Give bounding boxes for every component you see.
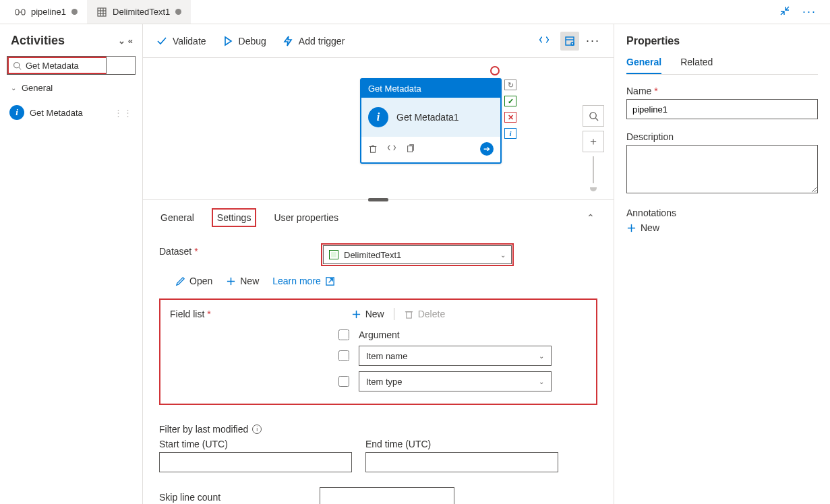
activities-title: Activities [11, 34, 65, 48]
section-label: General [22, 83, 53, 93]
code-view-button[interactable] [535, 32, 554, 51]
info-tooltip-icon[interactable]: i [252, 424, 262, 434]
dirty-indicator-icon [175, 9, 181, 15]
argument-select[interactable]: Item type ⌄ [359, 371, 552, 391]
node-name-label: Get Metadata1 [396, 112, 459, 123]
properties-view-button[interactable] [560, 32, 579, 51]
search-input[interactable]: Get Metadata [26, 61, 79, 71]
dirty-indicator-icon [71, 9, 78, 15]
field-list-row: Item name ⌄ [338, 346, 587, 366]
activity-node-get-metadata[interactable]: Get Metadata i Get Metadata1 ➔ [360, 78, 502, 164]
props-tab-related[interactable]: Related [680, 57, 713, 74]
code-icon[interactable] [387, 144, 396, 154]
info-icon: i [368, 107, 388, 127]
svg-rect-24 [406, 311, 411, 317]
props-tab-general[interactable]: General [626, 57, 661, 74]
row-checkbox[interactable] [338, 376, 349, 387]
add-trigger-button[interactable]: Add trigger [283, 36, 345, 46]
tab-delimitedtext1[interactable]: DelimitedText1 [87, 0, 191, 24]
dataset-label: Dataset * [159, 243, 307, 257]
collapse-config-icon[interactable]: ⌃ [587, 212, 597, 223]
activities-panel: Activities ⌄ « Get Metadata ⌄ General i [0, 24, 143, 504]
annotations-label: Annotations [626, 208, 818, 218]
start-time-input[interactable] [159, 452, 352, 472]
svg-rect-13 [371, 147, 376, 153]
new-annotation-button[interactable]: New [626, 222, 818, 233]
field-list-label: Field list * [170, 309, 211, 319]
start-time-label: Start time (UTC) [159, 439, 352, 449]
expand-all-icon[interactable]: ⌄ [118, 36, 125, 46]
svg-line-18 [595, 118, 598, 121]
status-fail-icon[interactable]: ✕ [504, 112, 516, 123]
config-tab-settings[interactable]: Settings [212, 208, 257, 227]
pipeline-icon [15, 7, 26, 18]
status-skip-icon[interactable]: ↻ [504, 80, 516, 90]
new-dataset-button[interactable]: New [226, 276, 259, 286]
more-menu-icon[interactable]: ··· [586, 34, 600, 48]
tab-pipeline1[interactable]: pipeline1 [5, 0, 87, 24]
section-general[interactable]: ⌄ General [5, 80, 137, 96]
description-input[interactable] [626, 145, 818, 193]
end-time-input[interactable] [365, 452, 558, 472]
edit-icon [175, 276, 185, 286]
skip-line-label: Skip line count [159, 492, 306, 503]
dataset-value: DelimitedText1 [344, 250, 401, 260]
add-activity-button[interactable]: ＋ [583, 131, 604, 152]
more-icon[interactable]: ··· [800, 2, 819, 22]
play-icon [223, 36, 233, 46]
svg-rect-10 [566, 37, 574, 45]
pipeline-canvas[interactable]: Get Metadata i Get Metadata1 ➔ [143, 58, 614, 504]
chevron-down-icon: ⌄ [500, 251, 506, 259]
canvas-tools: ＋ [583, 105, 604, 191]
debug-button[interactable]: Debug [223, 36, 266, 46]
zoom-track[interactable] [593, 156, 594, 183]
info-icon: i [9, 105, 24, 120]
row-checkbox[interactable] [338, 350, 349, 361]
node-type-label: Get Metadata [361, 80, 500, 98]
config-tab-general[interactable]: General [159, 208, 196, 227]
plus-icon [226, 276, 236, 286]
field-list-new-button[interactable]: New [351, 309, 384, 319]
document-tabs: pipeline1 DelimitedText1 ··· [0, 0, 830, 24]
breakpoint-icon[interactable] [490, 66, 500, 75]
delete-icon[interactable] [368, 144, 378, 154]
status-success-icon[interactable]: ✓ [504, 96, 516, 106]
learn-more-link[interactable]: Learn more [272, 276, 335, 286]
argument-select[interactable]: Item name ⌄ [359, 346, 552, 366]
field-list-row: Item type ⌄ [338, 371, 587, 391]
trash-icon [404, 309, 414, 319]
search-icon [13, 61, 22, 70]
svg-line-9 [19, 67, 21, 69]
field-list-section: Field list * New Delete [159, 298, 597, 405]
pipeline-toolbar: Validate Debug Add trigger ··· [143, 24, 614, 58]
filter-label: Filter by last modified i [159, 424, 597, 435]
collapse-icon[interactable] [777, 3, 793, 21]
activity-search: Get Metadata [7, 56, 136, 75]
argument-header: Argument [359, 329, 400, 340]
run-icon[interactable]: ➔ [480, 142, 494, 156]
config-tab-user-properties[interactable]: User properties [272, 208, 340, 227]
properties-title: Properties [626, 35, 818, 47]
svg-rect-0 [16, 9, 19, 15]
chevron-down-icon: ⌄ [539, 352, 544, 360]
panel-resize-handle[interactable] [368, 198, 388, 201]
drag-handle-icon[interactable]: ⋮⋮ [114, 108, 133, 118]
status-completion-icon[interactable]: i [504, 128, 516, 139]
copy-icon[interactable] [406, 144, 415, 154]
dataset-select[interactable]: DelimitedText1 ⌄ [323, 245, 512, 264]
collapse-panel-icon[interactable]: « [128, 36, 133, 46]
select-all-checkbox[interactable] [338, 329, 349, 340]
activity-get-metadata[interactable]: i Get Metadata ⋮⋮ [5, 102, 137, 123]
pipeline-name-input[interactable] [626, 99, 818, 119]
svg-rect-16 [408, 146, 413, 152]
zoom-search-button[interactable] [583, 105, 604, 127]
tab-label: pipeline1 [31, 7, 66, 17]
svg-point-12 [571, 42, 574, 45]
chevron-down-icon: ⌄ [11, 84, 16, 92]
skip-line-input[interactable] [320, 487, 454, 504]
plus-icon [626, 223, 636, 233]
validate-button[interactable]: Validate [156, 36, 206, 46]
svg-point-8 [14, 62, 20, 67]
open-dataset-button[interactable]: Open [175, 276, 212, 286]
properties-panel: Properties General Related Name * Descri… [614, 24, 830, 504]
